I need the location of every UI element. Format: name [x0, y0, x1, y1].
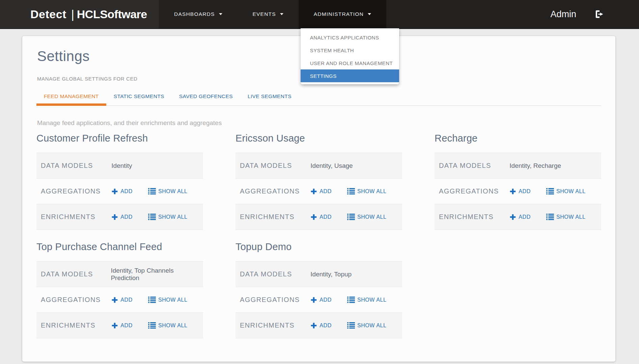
list-icon [546, 214, 554, 220]
add-aggregation-button[interactable]: ADD [310, 188, 332, 195]
feed-table: DATA MODELS Identity, Top Channels Predi… [36, 261, 203, 338]
add-label: ADD [120, 214, 133, 220]
brand-product: Detect [30, 8, 66, 21]
sign-out-button[interactable] [594, 9, 605, 19]
show-all-aggregations-button[interactable]: SHOW ALL [546, 188, 586, 194]
add-aggregation-button[interactable]: ADD [111, 188, 133, 195]
list-icon [347, 188, 355, 194]
add-enrichment-button[interactable]: ADD [111, 214, 133, 220]
data-models-label: DATA MODELS [235, 162, 310, 170]
feed-table: DATA MODELS Identity, Recharge AGGREGATI… [435, 153, 601, 230]
data-models-row: DATA MODELS Identity, Top Channels Predi… [36, 262, 203, 287]
data-models-row: DATA MODELS Identity, Usage [235, 153, 402, 179]
brand-logo[interactable]: Detect | HCLSoftware [0, 0, 159, 28]
tab-static-segments[interactable]: STATIC SEGMENTS [106, 89, 172, 106]
data-models-label: DATA MODELS [235, 270, 310, 278]
show-all-enrichments-button[interactable]: SHOW ALL [148, 214, 188, 220]
plus-icon [111, 297, 118, 303]
tab-feed-management[interactable]: FEED MANAGEMENT [36, 89, 106, 106]
tab-live-segments[interactable]: LIVE SEGMENTS [240, 89, 299, 106]
data-models-value: Identity, Topup [310, 271, 352, 278]
show-all-enrichments-button[interactable]: SHOW ALL [148, 322, 188, 329]
feed-card: Top Purchase Channel Feed DATA MODELS Id… [36, 241, 203, 338]
plus-icon [310, 214, 317, 220]
enrichments-label: ENRICHMENTS [235, 213, 310, 221]
enrichments-label: ENRICHMENTS [36, 213, 111, 221]
navbar-right: Admin [550, 0, 639, 28]
data-models-value: Identity, Usage [310, 162, 353, 170]
show-all-enrichments-button[interactable]: SHOW ALL [546, 214, 586, 220]
feed-title: Recharge [435, 133, 601, 144]
nav-events[interactable]: EVENTS [238, 0, 299, 28]
list-icon [546, 188, 554, 194]
brand-company: HCLSoftware [77, 8, 147, 21]
feed-grid: Customer Profile Refresh DATA MODELS Ide… [36, 133, 601, 338]
data-models-value: Identity, Top Channels Prediction [111, 267, 203, 282]
nav-dashboards-label: DASHBOARDS [174, 11, 215, 17]
menu-item-user-and-role-management[interactable]: USER AND ROLE MANAGEMENT [301, 57, 399, 69]
show-all-aggregations-button[interactable]: SHOW ALL [347, 297, 387, 303]
aggregations-label: AGGREGATIONS [235, 187, 310, 195]
nav-events-label: EVENTS [253, 11, 276, 17]
enrichments-row: ENRICHMENTS ADD [435, 204, 601, 230]
add-label: ADD [120, 297, 133, 303]
add-label: ADD [320, 214, 332, 220]
aggregations-row: AGGREGATIONS ADD [36, 179, 203, 204]
add-label: ADD [519, 188, 531, 194]
data-models-row: DATA MODELS Identity [36, 153, 203, 179]
enrichments-row: ENRICHMENTS ADD [36, 313, 203, 338]
plus-icon [310, 322, 317, 329]
show-all-aggregations-button[interactable]: SHOW ALL [148, 188, 188, 194]
feed-title: Customer Profile Refresh [36, 133, 203, 144]
add-label: ADD [120, 188, 133, 194]
add-aggregation-button[interactable]: ADD [310, 297, 332, 303]
feed-card: Recharge DATA MODELS Identity, Recharge … [435, 133, 601, 230]
chevron-down-icon [219, 13, 222, 15]
feed-card: Customer Profile Refresh DATA MODELS Ide… [36, 133, 203, 230]
show-all-aggregations-button[interactable]: SHOW ALL [148, 297, 188, 303]
section-description: Manage feed applications, and their enri… [37, 119, 601, 127]
list-icon [148, 322, 156, 329]
add-enrichment-button[interactable]: ADD [310, 214, 332, 220]
menu-item-system-health[interactable]: SYSTEM HEALTH [301, 44, 399, 57]
aggregations-row: AGGREGATIONS ADD [235, 179, 402, 204]
settings-card: Settings MANAGE GLOBAL SETTINGS FOR CED … [22, 36, 615, 362]
administration-dropdown: ANALYTICS APPLICATIONS SYSTEM HEALTH USE… [301, 28, 399, 84]
menu-item-analytics-applications[interactable]: ANALYTICS APPLICATIONS [301, 31, 399, 44]
feed-table: DATA MODELS Identity AGGREGATIONS ADD [36, 153, 203, 230]
add-enrichment-button[interactable]: ADD [111, 322, 133, 329]
add-enrichment-button[interactable]: ADD [509, 214, 531, 220]
navbar: Detect | HCLSoftware DASHBOARDS EVENTS A… [0, 0, 639, 29]
nav-dashboards[interactable]: DASHBOARDS [159, 0, 238, 28]
plus-icon [111, 322, 118, 329]
aggregations-label: AGGREGATIONS [36, 296, 111, 304]
add-aggregation-button[interactable]: ADD [111, 297, 133, 303]
show-all-aggregations-button[interactable]: SHOW ALL [347, 188, 387, 194]
data-models-label: DATA MODELS [435, 162, 509, 170]
aggregations-row: AGGREGATIONS ADD [435, 179, 601, 204]
data-models-row: DATA MODELS Identity, Topup [235, 262, 402, 287]
user-menu[interactable]: Admin [550, 9, 576, 20]
data-models-label: DATA MODELS [36, 270, 111, 278]
list-icon [347, 214, 355, 220]
enrichments-label: ENRICHMENTS [235, 322, 310, 329]
chevron-down-icon [280, 13, 283, 15]
show-all-enrichments-button[interactable]: SHOW ALL [347, 214, 387, 220]
plus-icon [509, 214, 516, 220]
show-all-label: SHOW ALL [158, 297, 188, 303]
menu-item-settings[interactable]: SETTINGS [301, 69, 399, 82]
plus-icon [310, 188, 317, 195]
main-nav: DASHBOARDS EVENTS ADMINISTRATION ANALYTI… [159, 0, 386, 28]
show-all-enrichments-button[interactable]: SHOW ALL [347, 322, 387, 329]
data-models-row: DATA MODELS Identity, Recharge [435, 153, 601, 179]
show-all-label: SHOW ALL [357, 214, 387, 220]
nav-administration[interactable]: ADMINISTRATION ANALYTICS APPLICATIONS SY… [299, 0, 386, 28]
show-all-label: SHOW ALL [556, 188, 586, 194]
aggregations-label: AGGREGATIONS [435, 187, 509, 195]
feed-title: Ericsson Usage [235, 133, 402, 144]
add-enrichment-button[interactable]: ADD [310, 322, 332, 329]
add-aggregation-button[interactable]: ADD [509, 188, 531, 195]
feed-table: DATA MODELS Identity, Usage AGGREGATIONS… [235, 153, 402, 230]
tab-saved-geofences[interactable]: SAVED GEOFENCES [172, 89, 240, 106]
data-models-value: Identity [111, 162, 132, 170]
